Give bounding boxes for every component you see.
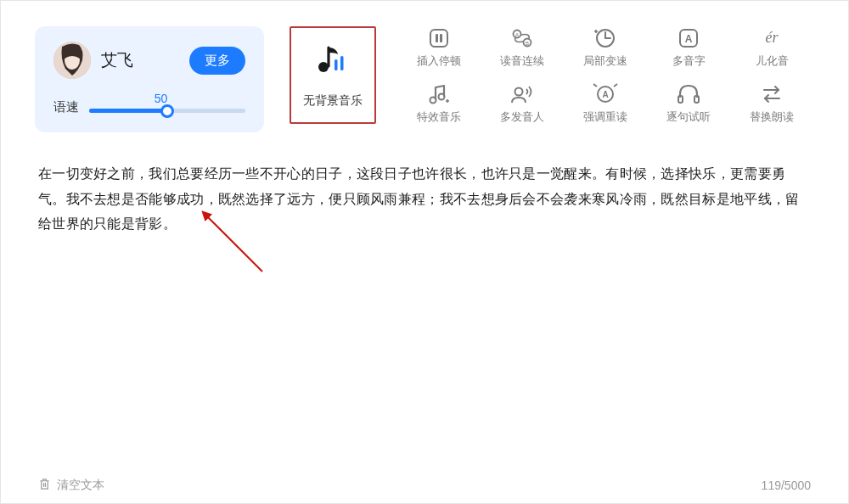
tool-label: 替换朗读 xyxy=(750,110,794,125)
svg-point-2 xyxy=(318,62,329,72)
svg-point-18 xyxy=(515,88,523,96)
emphasis-icon: A xyxy=(592,82,619,106)
svg-rect-4 xyxy=(340,56,344,70)
tool-label: 读音连续 xyxy=(500,54,544,69)
tool-sound-effect[interactable]: 特效音乐 xyxy=(402,82,476,125)
tool-label: 儿化音 xyxy=(756,54,789,69)
continuous-icon: AB xyxy=(509,26,536,50)
bgm-label: 无背景音乐 xyxy=(303,93,363,109)
tool-label: 特效音乐 xyxy=(417,110,461,125)
clear-button[interactable]: 清空文本 xyxy=(38,478,104,493)
svg-rect-6 xyxy=(436,34,438,42)
tool-sentence-preview[interactable]: 逐句试听 xyxy=(651,82,726,125)
voice-panel: 艾飞 更多 语速 50 xyxy=(35,26,264,132)
tool-polyphone[interactable]: A 多音字 xyxy=(651,26,726,69)
pause-icon xyxy=(425,26,453,50)
tools-grid: 插入停顿 AB 读音连续 局部变速 A 多音字 ér 儿化音 xyxy=(402,26,809,125)
tool-label: 强调重读 xyxy=(583,110,627,125)
svg-text:A: A xyxy=(685,33,693,45)
multivoice-icon xyxy=(509,82,536,106)
tool-label: 多发音人 xyxy=(500,110,544,125)
tool-label: 局部变速 xyxy=(583,54,627,69)
clear-label: 清空文本 xyxy=(57,478,104,493)
tool-label: 插入停顿 xyxy=(417,54,461,69)
editor-text: 在一切变好之前，我们总要经历一些不开心的日子，这段日子也许很长，也许只是一觉醒来… xyxy=(38,161,811,237)
tool-local-speed[interactable]: 局部变速 xyxy=(568,26,643,69)
speed-label: 语速 xyxy=(53,99,79,115)
svg-rect-3 xyxy=(335,59,338,70)
erhua-icon: ér xyxy=(758,26,785,50)
svg-text:ér: ér xyxy=(766,29,779,46)
svg-text:B: B xyxy=(526,41,529,46)
svg-rect-7 xyxy=(440,34,442,42)
music-icon xyxy=(316,42,350,80)
svg-rect-5 xyxy=(430,30,447,47)
voice-name: 艾飞 xyxy=(101,49,179,71)
tool-label: 逐句试听 xyxy=(666,110,711,125)
svg-text:A: A xyxy=(602,90,608,99)
tool-continuous-read[interactable]: AB 读音连续 xyxy=(485,26,559,69)
speed-slider[interactable]: 50 xyxy=(89,109,245,113)
svg-point-16 xyxy=(430,98,436,104)
svg-point-17 xyxy=(439,94,445,100)
tool-emphasis[interactable]: A 强调重读 xyxy=(568,82,643,125)
soundfx-icon xyxy=(425,82,453,106)
polyphone-icon: A xyxy=(675,26,702,50)
char-counter: 119/5000 xyxy=(762,479,811,492)
tool-replace-read[interactable]: 替换朗读 xyxy=(734,82,809,125)
voice-avatar[interactable] xyxy=(53,42,91,79)
trash-icon xyxy=(38,478,51,493)
text-editor[interactable]: 在一切变好之前，我们总要经历一些不开心的日子，这段日子也许很长，也许只是一觉醒来… xyxy=(1,149,848,237)
bgm-panel[interactable]: 无背景音乐 xyxy=(290,26,376,124)
speedometer-icon xyxy=(592,26,619,50)
tool-erhua[interactable]: ér 儿化音 xyxy=(734,26,809,69)
more-button[interactable]: 更多 xyxy=(189,47,245,75)
svg-text:A: A xyxy=(515,32,519,37)
replace-icon xyxy=(758,82,785,106)
headphones-icon xyxy=(675,82,702,106)
tool-multi-voice[interactable]: 多发音人 xyxy=(485,82,559,125)
tool-label: 多音字 xyxy=(672,54,706,69)
tool-insert-pause[interactable]: 插入停顿 xyxy=(402,26,476,69)
